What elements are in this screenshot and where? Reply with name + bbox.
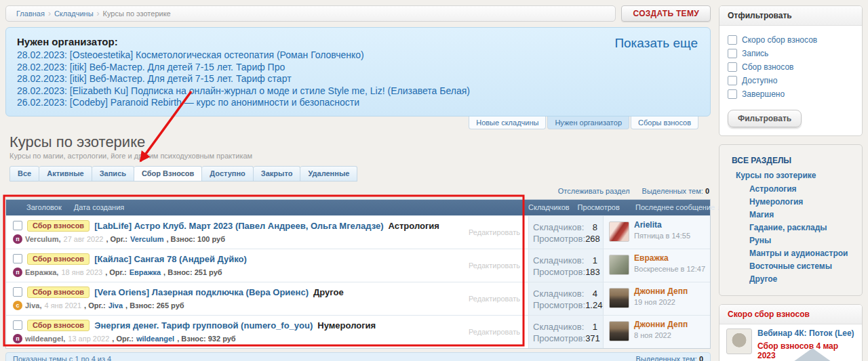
topic-cell: Сбор взносов [Vera Oriens] Лазерная подк… [6,282,528,315]
notice-item-link[interactable]: 28.02.2023: [Elizabeth Ku] Подписка на о… [17,85,699,98]
members-value: 1 [593,255,597,266]
table-footer: Показаны темы с 1 по 4 из 4 Выделенных т… [5,352,711,361]
checkbox[interactable] [728,35,737,45]
tab-zapis[interactable]: Запись [92,166,134,182]
filter-panel: Отфильтровать Скоро сбор взносов Запись … [719,5,863,136]
tab-vse[interactable]: Все [9,166,39,182]
row-checkbox[interactable] [13,254,22,263]
edit-link[interactable]: Редактировать [469,328,520,336]
row-checkbox[interactable] [13,287,22,297]
tab-zakryto[interactable]: Закрыто [254,166,301,182]
notice-item-link[interactable]: 28.02.2023: [itik] Веб-Мастер. Для детей… [17,73,699,85]
last-message-cell: Arielita Пятница в 14:55 [603,216,710,249]
sidebar-item-astrologiya[interactable]: Астрология [719,183,862,196]
filter-option-sbor-vznosov[interactable]: Сбор взносов [728,62,854,72]
forum-page: Главная › Складчины › Курсы по эзотерике… [0,0,868,361]
views-value: 268 [585,233,600,245]
views-label: Просмотров: [533,333,585,344]
upcoming-panel-title: Скоро сбор взносов [719,305,862,324]
tab-new-skladchiny[interactable]: Новые складчины [469,116,546,129]
topic-title-link[interactable]: Энергия денег. Тариф групповой (numero_f… [94,320,313,331]
watch-section-link[interactable]: Отслеживать раздел [558,187,630,196]
table-row: Сбор взносов [Vera Oriens] Лазерная подк… [6,282,710,315]
notice-item-link[interactable]: 28.02.2023: [itik] Веб-Мастер. Для детей… [17,62,699,74]
checkbox[interactable] [728,62,737,72]
sidebar-item-numerologiya[interactable]: Нумерология [719,196,862,209]
last-post-time: Воскресенье в 12:47 [634,265,705,273]
column-header-title[interactable]: Заголовок [26,203,62,211]
sidebar: Отфильтровать Скоро сбор взносов Запись … [719,5,863,361]
members-value: 4 [593,288,597,299]
row-checkbox[interactable] [13,320,22,330]
author-link[interactable]: Евражка, [25,268,58,276]
row-checkbox[interactable] [13,221,22,230]
avatar[interactable] [609,288,629,308]
filter-option-skoro-sbor[interactable]: Скоро сбор взносов [728,35,854,45]
sidebar-item-drugoe[interactable]: Другое [719,273,862,286]
topic-title-link[interactable]: [Vera Oriens] Лазерная подключка (Вера О… [94,287,309,297]
author-link[interactable]: Jiva, [25,301,41,310]
last-poster-link[interactable]: Евражка [634,253,705,263]
avatar[interactable] [726,328,752,354]
column-header-created[interactable]: Дата создания [74,203,125,211]
last-poster-link[interactable]: Джонни Депп [634,320,688,329]
tab-fee-collections[interactable]: Сборы взносов [631,116,698,129]
tab-sbor-vznosov[interactable]: Сбор Взносов [134,166,202,182]
last-post-time: 19 ноя 2022 [634,298,688,306]
author-link[interactable]: Verculum, [25,235,61,243]
breadcrumb-skladchiny[interactable]: Складчины [54,9,94,18]
column-header-members[interactable]: Складчиков [528,203,570,211]
organizer-link[interactable]: Verculum [130,235,164,243]
checkbox[interactable] [728,49,737,58]
tab-udalennye[interactable]: Удаленные [300,166,357,182]
organizer-link[interactable]: Jiva [108,301,123,310]
filter-option-zaversheno[interactable]: Завершено [728,89,854,99]
topic-title-link[interactable]: [Кайлас] Сангая 78 (Андрей Дуйко) [94,254,247,264]
last-poster-link[interactable]: Джонни Депп [634,286,688,296]
column-header-last-message[interactable]: Последнее сообщение ↓ [635,203,721,211]
created-date: 18 янв 2023 [61,268,102,276]
created-date: 4 янв 2021 [44,301,81,310]
sidebar-item-gadanie-rasklady[interactable]: Гадание, расклады [719,221,862,234]
checkbox[interactable] [728,89,737,99]
avatar[interactable] [609,255,629,275]
last-message-cell: Джонни Депп 8 ноя 2022 [603,316,710,348]
create-topic-button[interactable]: СОЗДАТЬ ТЕМУ [621,5,711,22]
checkbox[interactable] [728,76,737,85]
last-poster-link[interactable]: Arielita [634,220,690,230]
sidebar-item-runy[interactable]: Руны [719,234,862,247]
notice-item-link[interactable]: 26.02.2023: [Codeby] Paranoid Rebirth — … [17,97,699,109]
scroll-to-top-button[interactable] [793,348,831,361]
selected-topics-value: 0 [705,187,709,195]
edit-link[interactable]: Редактировать [469,228,520,236]
sidebar-item-mantry[interactable]: Мантры и аудионастрои [719,247,862,260]
filter-option-dostupno[interactable]: Доступно [728,76,854,85]
avatar[interactable] [609,221,629,242]
section-actions: Отслеживать раздел Выделенных тем: 0 [5,187,709,196]
edit-link[interactable]: Редактировать [469,295,520,303]
upcoming-topic-link[interactable]: Вебинар 4К: Поток (Lee) [757,328,855,339]
organizer-link[interactable]: wildeangel [136,335,174,343]
organizer-link[interactable]: Евражка [130,268,161,276]
show-more-link[interactable]: Показать еще [614,36,698,51]
topic-category: Нумерология [317,320,376,331]
filter-option-label: Завершено [742,89,785,99]
tab-need-organizer[interactable]: Нужен организатор [547,116,629,129]
sidebar-item-magiya[interactable]: Магия [719,209,862,221]
sidebar-item-kursy-po-ezoterike[interactable]: Курсы по эзотерике [719,168,862,183]
filter-button[interactable]: Фильтровать [728,110,802,127]
tab-aktivnye[interactable]: Активные [39,166,92,182]
views-value: 183 [585,266,600,278]
tab-dostupno[interactable]: Доступно [202,166,253,182]
topic-title-link[interactable]: [LabLife] Астро Клуб. Март 2023 (Павел А… [94,221,383,231]
topic-cell: Сбор взносов Энергия денег. Тариф группо… [6,316,528,348]
avatar[interactable] [609,321,629,341]
filter-option-zapis[interactable]: Запись [728,49,854,58]
breadcrumb-home[interactable]: Главная [16,9,45,18]
fee-amount: , Взнос: 251 руб [163,268,222,276]
author-link[interactable]: wildeangel, [25,335,65,343]
sidebar-item-vostochnye-sistemy[interactable]: Восточные системы [719,260,862,273]
edit-link[interactable]: Редактировать [469,261,520,270]
selected-topics-count: Выделенных тем: 0 [636,355,703,361]
notice-item-link[interactable]: 28.02.2023: [Osteoestetika] Косметологич… [17,49,699,62]
